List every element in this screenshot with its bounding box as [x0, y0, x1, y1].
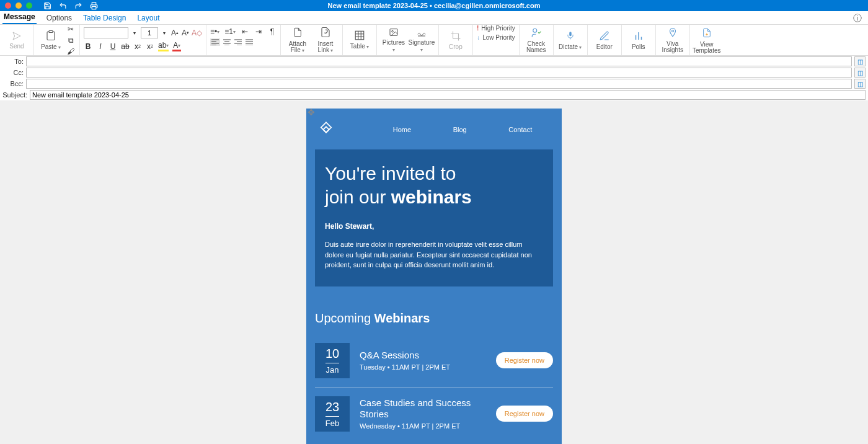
copy-icon[interactable]: ⧉ [66, 35, 76, 45]
signature-button[interactable]: Signature [409, 26, 435, 55]
table-icon [354, 30, 365, 43]
tab-table-design[interactable]: Table Design [82, 12, 127, 24]
to-field[interactable] [26, 56, 852, 66]
maximize-window-button[interactable] [26, 2, 32, 9]
font-size-dropdown-icon[interactable]: ▾ [160, 30, 169, 36]
table-button[interactable]: Table [347, 26, 373, 55]
svg-rect-27 [569, 32, 572, 36]
dictate-icon [566, 29, 575, 43]
clear-formatting-icon[interactable]: A◇ [192, 29, 202, 37]
undo-icon[interactable] [59, 2, 67, 10]
increase-font-icon[interactable]: A▴ [170, 29, 179, 37]
close-window-button[interactable] [5, 2, 11, 9]
view-templates-button[interactable]: View Templates [694, 26, 720, 55]
nav-contact[interactable]: Contact [508, 126, 532, 133]
format-painter-icon[interactable]: 🖌 [66, 47, 76, 56]
send-button[interactable]: Send [4, 26, 30, 55]
nav-home[interactable]: Home [393, 126, 411, 133]
email-body-canvas[interactable]: ✥ Home Blog Contact You're invited to jo… [0, 101, 868, 444]
title-bar: New email template 2023-04-25 • cecilia@… [0, 0, 868, 11]
svg-point-32 [671, 30, 673, 32]
font-size-input[interactable] [141, 27, 158, 38]
increase-indent-button[interactable]: ⇥ [254, 27, 263, 36]
nav-blog[interactable]: Blog [453, 126, 467, 133]
paragraph-marks-button[interactable]: ¶ [268, 27, 277, 36]
paste-button[interactable]: Paste [38, 26, 64, 55]
print-icon[interactable] [90, 2, 98, 10]
cc-field[interactable] [26, 68, 852, 78]
crop-icon [450, 30, 461, 43]
to-addressbook-button[interactable]: ◫ [854, 56, 866, 66]
bold-button[interactable]: B [84, 42, 92, 51]
justify-button[interactable] [245, 39, 254, 45]
svg-point-24 [392, 30, 394, 32]
dictate-button[interactable]: Dictate [557, 26, 583, 55]
check-names-button[interactable]: Check Names [523, 26, 549, 55]
email-template[interactable]: ✥ Home Blog Contact You're invited to jo… [306, 109, 562, 444]
redo-icon[interactable] [74, 2, 82, 10]
cut-icon[interactable]: ✂ [66, 24, 76, 34]
low-priority-icon: ↓ [477, 34, 480, 41]
register-button[interactable]: Register now [496, 352, 553, 368]
pictures-button[interactable]: Pictures [381, 26, 407, 55]
cc-addressbook-button[interactable]: ◫ [854, 68, 866, 78]
decrease-indent-button[interactable]: ⇤ [241, 27, 249, 36]
signature-icon [416, 27, 427, 39]
align-right-button[interactable] [234, 39, 242, 45]
hero-section: You're invited to join our webinars Hell… [315, 149, 553, 286]
tab-options[interactable]: Options [45, 12, 73, 24]
help-icon[interactable]: ⓘ [853, 13, 862, 24]
table-move-handle-icon[interactable]: ✥ [308, 107, 315, 117]
quick-access-toolbar [43, 2, 98, 10]
align-center-button[interactable] [223, 39, 231, 45]
send-icon [11, 31, 23, 43]
polls-button[interactable]: Polls [626, 26, 652, 55]
view-templates-icon [702, 27, 712, 41]
attach-file-icon [293, 26, 303, 40]
underline-button[interactable]: U [108, 42, 117, 51]
event-subtitle: Wednesday • 11AM PT | 2PM ET [360, 422, 486, 430]
font-family-dropdown-icon[interactable]: ▾ [130, 30, 139, 36]
highlight-color-button[interactable]: ab [158, 41, 169, 51]
ribbon-tabs: Message Options Table Design Layout ⓘ [0, 11, 868, 25]
attach-file-button[interactable]: Attach File [285, 26, 311, 55]
decrease-font-icon[interactable]: A▾ [181, 29, 190, 37]
bcc-addressbook-button[interactable]: ◫ [854, 79, 866, 89]
polls-icon [633, 30, 644, 43]
high-priority-button[interactable]: ! High Priority [477, 25, 515, 32]
low-priority-button[interactable]: ↓ Low Priority [477, 34, 515, 41]
font-color-button[interactable]: A [172, 41, 181, 51]
address-block: To: ◫ Cc: ◫ Bcc: ◫ Subject: [0, 56, 868, 101]
subscript-button[interactable]: x2 [133, 42, 142, 51]
bullets-button[interactable]: ≡• [210, 27, 219, 36]
event-row: 10 Jan Q&A Sessions Tuesday • 11AM PT | … [315, 334, 553, 388]
crop-button[interactable]: Crop [443, 26, 469, 55]
register-button[interactable]: Register now [496, 406, 553, 422]
pictures-icon [388, 27, 399, 39]
numbering-button[interactable]: ≡1 [224, 27, 236, 36]
event-row: 23 Feb Case Studies and Success Stories … [315, 388, 553, 440]
insert-link-button[interactable]: Insert Link [312, 26, 339, 55]
editor-button[interactable]: Editor [591, 26, 618, 55]
ribbon: Send Paste ✂ ⧉ 🖌 ▾ ▾ A▴ A▾ A◇ B I U [0, 25, 868, 56]
align-left-button[interactable] [210, 38, 220, 46]
insert-link-icon [320, 26, 331, 40]
viva-insights-button[interactable]: Viva Insights [660, 26, 686, 55]
subject-label: Subject: [2, 91, 27, 99]
strikethrough-button[interactable]: ab [121, 42, 130, 51]
tab-message[interactable]: Message [2, 11, 37, 24]
greeting: Hello Stewart, [325, 222, 543, 231]
superscript-button[interactable]: x2 [146, 42, 154, 51]
subject-field[interactable] [30, 90, 866, 100]
font-family-input[interactable] [84, 27, 128, 38]
svg-rect-1 [49, 31, 53, 33]
viva-insights-icon [666, 27, 679, 40]
bcc-field[interactable] [26, 79, 852, 89]
tab-layout[interactable]: Layout [136, 12, 161, 24]
logo-icon [317, 121, 335, 138]
save-icon[interactable] [43, 2, 51, 10]
italic-button[interactable]: I [96, 42, 105, 51]
minimize-window-button[interactable] [16, 2, 22, 9]
svg-rect-23 [390, 29, 397, 35]
hero-heading: You're invited to join our webinars [325, 162, 543, 208]
